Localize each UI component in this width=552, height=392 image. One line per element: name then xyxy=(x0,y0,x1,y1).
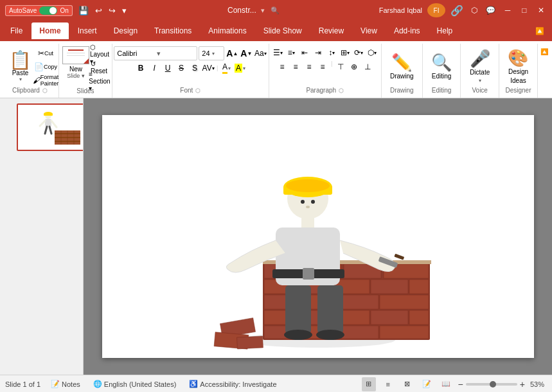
paragraph-label: Paragraph ⬡ xyxy=(273,87,377,95)
tab-addins[interactable]: Add-ins xyxy=(386,22,428,39)
align-bottom-button[interactable]: ⊥ xyxy=(361,60,374,73)
notes-view-button[interactable]: 📝 xyxy=(420,377,434,391)
design-ideas-button[interactable]: 🎨 Design Ideas xyxy=(503,47,533,87)
close-button[interactable]: ✕ xyxy=(535,4,547,16)
tab-insert[interactable]: Insert xyxy=(70,22,105,39)
tab-review[interactable]: Review xyxy=(311,22,352,39)
status-right: ⊞ ≡ ⊠ 📝 📖 − + 53% xyxy=(362,377,547,391)
bold-button[interactable]: B xyxy=(134,62,147,75)
line-spacing-button[interactable]: ↕▾ xyxy=(325,46,338,59)
notes-label: Notes xyxy=(62,380,80,388)
copy-button[interactable]: 📄 Copy xyxy=(37,60,55,73)
font-color-button[interactable]: A ▾ xyxy=(220,62,233,75)
underline-button[interactable]: U xyxy=(161,62,174,75)
increase-indent-button[interactable]: ⇥ xyxy=(312,46,325,59)
ribbon-content: 📋 Paste ▾ ✂ Cut 📄 Copy 🖌 Format Painter … xyxy=(0,41,552,98)
tab-view[interactable]: View xyxy=(353,22,385,39)
slide-canvas[interactable] xyxy=(102,115,534,358)
paste-button[interactable]: 📋 Paste ▾ xyxy=(5,50,35,84)
notes-button[interactable]: 📝 Notes xyxy=(48,379,83,389)
customize-qa-button[interactable]: ▾ xyxy=(120,4,129,17)
columns-button[interactable]: ⊞▾ xyxy=(339,46,352,59)
comments-button[interactable]: 💬 xyxy=(485,4,497,16)
accessibility-button[interactable]: ♿ Accessibility: Investigate xyxy=(186,379,279,389)
bullets-button[interactable]: ☰▾ xyxy=(271,46,284,59)
justify-button[interactable]: ≡ xyxy=(316,60,329,73)
autosave-toggle[interactable] xyxy=(39,6,57,15)
zoom-level[interactable]: 53% xyxy=(528,379,547,389)
svg-rect-32 xyxy=(380,295,429,309)
slide-thumbnail[interactable] xyxy=(17,103,84,151)
editing-button[interactable]: 🔍 Editing xyxy=(426,51,457,82)
align-left-button[interactable]: ≡ xyxy=(276,60,289,73)
format-painter-button[interactable]: 🖌 Format Painter xyxy=(37,74,55,87)
section-button[interactable]: ≡ Section ▾ xyxy=(91,75,109,87)
tab-animations[interactable]: Animations xyxy=(200,22,254,39)
align-right-button[interactable]: ≡ xyxy=(303,60,316,73)
zoom-in-button[interactable]: + xyxy=(520,379,525,389)
svg-point-51 xyxy=(311,200,315,204)
normal-view-button[interactable]: ⊞ xyxy=(362,377,376,391)
font-group-label: Font ⬡ xyxy=(116,87,265,95)
outline-view-button[interactable]: ≡ xyxy=(381,377,395,391)
tab-transitions[interactable]: Transitions xyxy=(147,22,199,39)
ribbon-collapse-button[interactable]: 🔼 xyxy=(538,45,551,58)
text-highlight-button[interactable]: A ▾ xyxy=(233,62,246,75)
zoom-out-button[interactable]: − xyxy=(458,379,463,389)
dictate-button[interactable]: 🎤 Dictate ▾ xyxy=(465,48,495,86)
align-center-button[interactable]: ≡ xyxy=(289,60,302,73)
clipboard-label: Clipboard ⬡ xyxy=(5,87,55,95)
decrease-indent-button[interactable]: ⇤ xyxy=(298,46,311,59)
quick-access-toolbar: 💾 ↩ ↪ ▾ xyxy=(76,4,129,17)
user-name: Farshad Iqbal xyxy=(379,6,422,14)
cut-button[interactable]: ✂ Cut xyxy=(37,47,55,60)
autosave-badge[interactable]: AutoSave On xyxy=(5,5,73,16)
paragraph-dialog-button[interactable]: ⬡ xyxy=(339,87,344,94)
restore-button[interactable]: □ xyxy=(519,4,530,16)
accessibility-label: Accessibility: Investigate xyxy=(200,380,276,388)
svg-rect-59 xyxy=(285,285,311,334)
minimize-button[interactable]: ─ xyxy=(502,4,513,16)
redo-button[interactable]: ↪ xyxy=(107,4,118,17)
language-icon: 🌐 xyxy=(93,380,102,388)
layout-button[interactable]: ⬡ Layout ▾ xyxy=(91,48,109,60)
save-button[interactable]: 💾 xyxy=(76,4,91,17)
tab-file[interactable]: File xyxy=(3,22,30,39)
strikethrough-button[interactable]: S xyxy=(175,62,188,75)
shrink-font-button[interactable]: A▼ xyxy=(240,47,253,60)
font-size-selector[interactable]: 24 ▾ xyxy=(199,46,224,60)
title-bar: AutoSave On 💾 ↩ ↪ ▾ Constr... ▾ 🔍 Farsha… xyxy=(0,0,552,21)
numbering-button[interactable]: ≡▾ xyxy=(285,46,298,59)
text-shadow-button[interactable]: S xyxy=(188,62,201,75)
svg-point-62 xyxy=(316,330,344,340)
undo-button[interactable]: ↩ xyxy=(93,4,104,17)
tab-design[interactable]: Design xyxy=(106,22,145,39)
font-dialog-button[interactable]: ⬡ xyxy=(195,87,200,94)
font-name-selector[interactable]: Calibri ▾ xyxy=(114,46,197,60)
slide-sorter-button[interactable]: ⊠ xyxy=(400,377,414,391)
tab-home[interactable]: Home xyxy=(31,22,68,39)
italic-button[interactable]: I xyxy=(148,62,161,75)
change-case-button[interactable]: Aa▾ xyxy=(254,47,267,60)
zoom-label: 53% xyxy=(530,380,544,388)
title-bar-controls: Farshad Iqbal FI 🔗 ⬡ 💬 ─ □ ✕ xyxy=(379,3,547,17)
zoom-slider[interactable] xyxy=(466,383,517,386)
reading-view-button[interactable]: 📖 xyxy=(439,377,453,391)
new-slide-button[interactable]: New Slide ▾ xyxy=(62,46,89,79)
drawing-button[interactable]: ✏️ Drawing xyxy=(385,51,419,82)
text-direction-button[interactable]: ⟳▾ xyxy=(352,46,365,59)
collapse-ribbon-button[interactable]: 🔼 xyxy=(530,24,549,38)
align-top-button[interactable]: ⊤ xyxy=(334,60,347,73)
tab-slideshow[interactable]: Slide Show xyxy=(256,22,310,39)
convert-smartart-button[interactable]: ⬡▾ xyxy=(366,46,378,59)
grow-font-button[interactable]: A▲ xyxy=(226,47,238,60)
char-spacing-button[interactable]: AV▾ xyxy=(202,62,215,75)
share-button[interactable]: ⬡ xyxy=(468,4,480,16)
slides-panel: 1 xyxy=(0,98,84,375)
paragraph-group: ☰▾ ≡▾ ⇤ ⇥ ↕▾ ⊞▾ ⟳▾ ⬡▾ ≡ ≡ ≡ ≡ | ⊤ ⊕ ⊥ Pa… xyxy=(269,44,382,98)
tab-help[interactable]: Help xyxy=(429,22,461,39)
drawing-label: Drawing xyxy=(386,87,418,95)
clipboard-dialog-button[interactable]: ⬡ xyxy=(42,87,48,94)
align-middle-button[interactable]: ⊕ xyxy=(348,60,361,73)
language-button[interactable]: 🌐 English (United States) xyxy=(91,379,179,389)
